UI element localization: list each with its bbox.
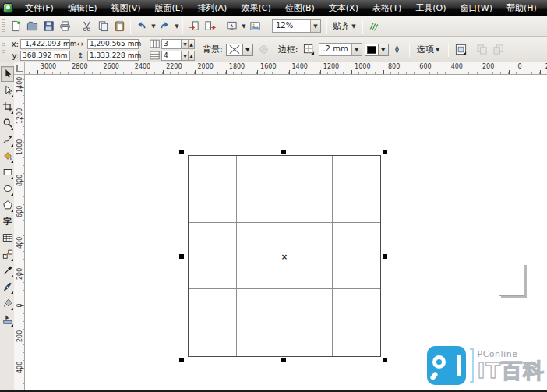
- table-rows-field[interactable]: 3: [161, 39, 182, 49]
- redo-dropdown-icon[interactable]: ▼: [174, 23, 180, 30]
- hruler-label: 1400: [291, 63, 307, 70]
- interactive-fill-tool[interactable]: [1, 312, 14, 327]
- menu-item[interactable]: 效果(C): [234, 0, 277, 16]
- table-cell[interactable]: [237, 156, 285, 223]
- menu-item[interactable]: 文件(F): [18, 0, 61, 16]
- vruler-label: 200: [16, 269, 23, 280]
- freehand-tool[interactable]: [1, 132, 14, 147]
- toolbar-gripper[interactable]: [2, 19, 5, 34]
- table-cell[interactable]: [284, 156, 333, 223]
- columns-spinner[interactable]: ▼▲: [182, 51, 195, 61]
- menu-item[interactable]: 文本(X): [322, 0, 365, 16]
- selection-handle[interactable]: [179, 254, 184, 259]
- menu-item[interactable]: 视图(V): [104, 0, 147, 16]
- border-width-dropdown-icon[interactable]: ▼: [351, 44, 362, 55]
- border-width-combo[interactable]: .2 mm ▼: [319, 43, 362, 56]
- shape-tool[interactable]: [1, 83, 14, 98]
- menu-item[interactable]: 窗口(W): [453, 0, 499, 16]
- save-icon[interactable]: [41, 19, 57, 34]
- table-columns-field[interactable]: 4: [161, 51, 182, 61]
- zoom-tool[interactable]: [1, 115, 14, 131]
- undo-dropdown-icon[interactable]: ▼: [150, 23, 157, 30]
- import-icon[interactable]: [185, 19, 202, 34]
- smart-fill-tool[interactable]: [1, 148, 14, 164]
- fill-tool[interactable]: [1, 295, 14, 311]
- undo-icon[interactable]: [133, 19, 150, 34]
- vertical-ruler[interactable]: 1400120010008006004002000200400: [14, 75, 25, 392]
- options-dropdown-icon[interactable]: ▼: [435, 47, 441, 53]
- welcome-screen-icon[interactable]: [247, 19, 263, 34]
- selection-handle[interactable]: [281, 358, 286, 362]
- crop-tool[interactable]: [1, 99, 14, 115]
- copy-icon[interactable]: [95, 19, 111, 34]
- snap-to-button[interactable]: 贴齐 ▼: [330, 19, 360, 34]
- selection-handle[interactable]: [383, 150, 387, 154]
- object-height-field[interactable]: 1,333.228 mm: [87, 51, 139, 61]
- vruler-label: 1000: [16, 144, 23, 155]
- selection-handle[interactable]: [383, 358, 387, 362]
- cut-icon[interactable]: [79, 19, 95, 34]
- hruler-label: 800: [388, 63, 400, 70]
- menu-item[interactable]: 排列(A): [190, 0, 234, 16]
- ellipse-tool[interactable]: [1, 181, 14, 196]
- paste-icon[interactable]: [111, 19, 128, 34]
- table-cell[interactable]: [284, 289, 333, 356]
- border-selection-icon[interactable]: [301, 42, 317, 58]
- menu-item[interactable]: 表格(T): [365, 0, 408, 16]
- menu-item[interactable]: 编辑(E): [61, 0, 104, 16]
- selection-handle[interactable]: [281, 150, 286, 154]
- text-wrap-icon[interactable]: [453, 42, 469, 58]
- options-button[interactable]: 选项 ▼: [414, 42, 444, 58]
- rows-spinner[interactable]: ▼▲: [182, 39, 195, 49]
- table-cell[interactable]: [189, 156, 237, 223]
- border-label: 边框:: [278, 44, 298, 55]
- app-launcher-icon[interactable]: [224, 19, 240, 34]
- polygon-tool[interactable]: [1, 197, 14, 213]
- open-folder-icon[interactable]: [24, 19, 41, 34]
- object-width-field[interactable]: 1,290.565 mm: [87, 39, 139, 49]
- outline-pen-dialog-icon[interactable]: [389, 42, 405, 58]
- table-tool[interactable]: [1, 230, 14, 245]
- outline-pen-tool[interactable]: [1, 279, 14, 295]
- table-cell[interactable]: [189, 289, 237, 356]
- horizontal-ruler[interactable]: 3000280026002400220020001800160014001200…: [25, 62, 547, 75]
- redo-icon[interactable]: [157, 19, 173, 34]
- background-fill-picker[interactable]: ▼: [226, 44, 253, 56]
- blend-tool[interactable]: [1, 246, 14, 262]
- ruler-origin-icon[interactable]: [14, 62, 25, 75]
- table-cell[interactable]: [333, 223, 381, 290]
- zoom-level-combo[interactable]: 12% ▼: [272, 19, 321, 33]
- menu-item[interactable]: 位图(B): [278, 0, 322, 16]
- snap-dropdown-icon[interactable]: ▼: [351, 23, 357, 30]
- rectangle-tool[interactable]: [1, 164, 14, 180]
- table-cell[interactable]: [284, 223, 333, 290]
- selected-table-object[interactable]: ×: [182, 152, 385, 360]
- selection-handle[interactable]: [179, 358, 184, 362]
- table-cell[interactable]: [237, 289, 285, 356]
- propbar-gripper[interactable]: [2, 43, 5, 57]
- drawing-canvas[interactable]: × PConline IT百科: [25, 75, 547, 392]
- table-cell[interactable]: [189, 223, 237, 290]
- eyedropper-tool[interactable]: [1, 263, 14, 278]
- menu-item[interactable]: 工具(O): [408, 0, 453, 16]
- y-position-field[interactable]: 368.392 mm: [20, 51, 70, 61]
- x-position-field[interactable]: -1,422.093 mm: [20, 39, 70, 49]
- table-cell[interactable]: [333, 289, 381, 356]
- print-icon[interactable]: [57, 19, 73, 34]
- selection-handle[interactable]: [179, 150, 184, 154]
- menu-item[interactable]: 帮助(H): [499, 0, 544, 16]
- menu-item[interactable]: 版面(L): [148, 0, 191, 16]
- app-launcher-dropdown-icon[interactable]: ▼: [241, 23, 247, 30]
- snap-settings-icon[interactable]: [365, 19, 382, 34]
- new-document-icon[interactable]: [8, 19, 24, 34]
- export-icon[interactable]: [202, 19, 218, 34]
- pick-tool[interactable]: [1, 66, 14, 82]
- border-color-picker[interactable]: ▼: [365, 44, 389, 56]
- table-cell[interactable]: [333, 156, 381, 223]
- text-tool[interactable]: 字: [1, 214, 14, 229]
- border-color-dropdown-icon[interactable]: ▼: [379, 44, 389, 56]
- selection-handle[interactable]: [383, 254, 387, 259]
- background-dropdown-icon[interactable]: ▼: [243, 44, 253, 56]
- table-cell[interactable]: [237, 223, 285, 290]
- zoom-dropdown-icon[interactable]: ▼: [310, 20, 320, 32]
